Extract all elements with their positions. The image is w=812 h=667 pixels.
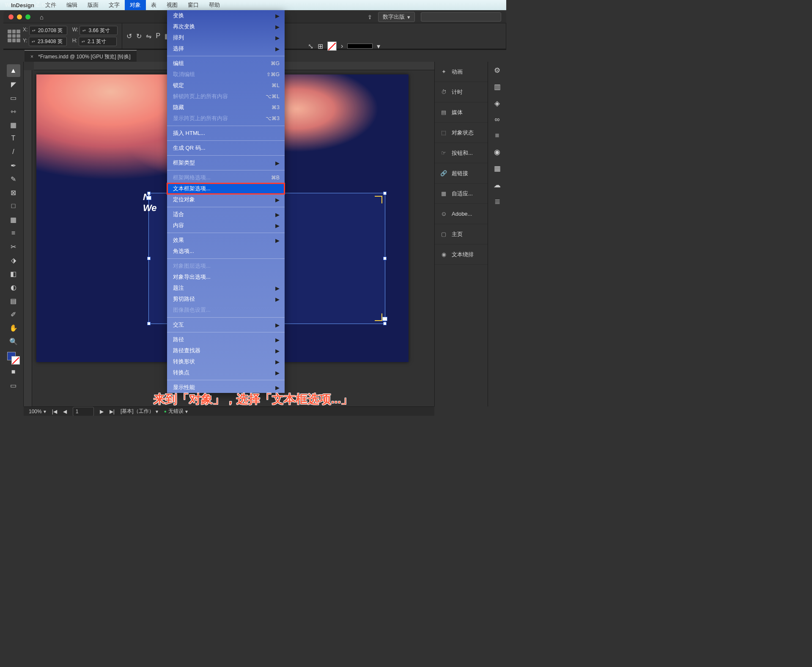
menu-item[interactable]: 再次变换▶ bbox=[167, 21, 285, 32]
cc-libraries-icon[interactable]: ☁ bbox=[494, 181, 501, 189]
menu-view[interactable]: 视图 bbox=[162, 0, 183, 10]
menu-item[interactable]: 框架类型▶ bbox=[167, 157, 285, 168]
rectangle-frame-tool[interactable]: ⊠ bbox=[7, 186, 20, 199]
menu-help[interactable]: 帮助 bbox=[204, 0, 225, 10]
status-context[interactable]: [基本]（工作） ▾ bbox=[121, 408, 158, 415]
resize-handle[interactable] bbox=[147, 257, 151, 260]
resize-handle[interactable] bbox=[383, 192, 387, 195]
menu-edit[interactable]: 编辑 bbox=[61, 0, 82, 10]
rotate-left-icon[interactable]: ↺ bbox=[126, 32, 132, 40]
links-icon[interactable]: ∞ bbox=[494, 115, 499, 124]
stroke-arrow-icon[interactable]: › bbox=[341, 42, 343, 50]
resize-handle[interactable] bbox=[147, 322, 151, 325]
menu-item[interactable]: 交互▶ bbox=[167, 319, 285, 330]
note-tool[interactable]: ▤ bbox=[7, 294, 20, 307]
menu-table[interactable]: 表 bbox=[146, 0, 162, 10]
menu-file[interactable]: 文件 bbox=[40, 0, 61, 10]
menu-layout[interactable]: 版面 bbox=[82, 0, 104, 10]
reference-point-grid[interactable] bbox=[8, 30, 20, 42]
app-name[interactable]: InDesign bbox=[11, 2, 34, 8]
menu-item[interactable]: 题注▶ bbox=[167, 283, 285, 294]
panel-button[interactable]: ✦动画 bbox=[435, 62, 488, 82]
document-tab[interactable]: × *Frames.indd @ 100% [GPU 预览] [转换] bbox=[25, 50, 137, 63]
page-tool[interactable]: ▭ bbox=[7, 91, 20, 104]
type-tool[interactable]: T bbox=[7, 132, 20, 145]
menu-item[interactable]: 效果▶ bbox=[167, 235, 285, 246]
text-out-port[interactable] bbox=[382, 317, 387, 321]
h-input[interactable]: ▴▾2.1 英寸 bbox=[79, 37, 117, 46]
gap-tool[interactable]: ⇿ bbox=[7, 105, 20, 118]
eyedropper-tool[interactable]: ✐ bbox=[7, 308, 20, 321]
menu-item[interactable]: 文本框架选项... bbox=[167, 183, 285, 194]
menu-item[interactable]: 剪切路径▶ bbox=[167, 294, 285, 305]
preflight-status[interactable]: ● 无错误 ▾ bbox=[164, 408, 188, 415]
menu-item[interactable]: 排列▶ bbox=[167, 32, 285, 43]
align-panel-icon[interactable]: ≣ bbox=[494, 197, 500, 206]
menu-item[interactable]: 转换点▶ bbox=[167, 367, 285, 378]
distribute-icon[interactable]: ⊞ bbox=[318, 42, 323, 50]
stroke-style[interactable] bbox=[347, 44, 373, 49]
panel-button[interactable]: ▢主页 bbox=[435, 224, 488, 244]
swatches-icon[interactable]: ▦ bbox=[494, 164, 501, 173]
color-icon[interactable]: ◉ bbox=[494, 148, 500, 156]
menu-item[interactable]: 插入 HTML... bbox=[167, 128, 285, 139]
line-tool[interactable]: / bbox=[7, 145, 20, 158]
panel-button[interactable]: ▤媒体 bbox=[435, 102, 488, 123]
zoom-level[interactable]: 100% ▾ bbox=[29, 409, 46, 414]
search-input[interactable] bbox=[421, 12, 501, 22]
view-mode-button[interactable]: ▭ bbox=[7, 379, 20, 392]
menu-item[interactable]: 隐藏⌘3 bbox=[167, 102, 285, 113]
panel-button[interactable]: ▦自适应... bbox=[435, 184, 488, 204]
menu-item[interactable]: 转换形状▶ bbox=[167, 356, 285, 367]
home-icon[interactable]: ⌂ bbox=[40, 14, 44, 21]
panel-button[interactable]: 🔗超链接 bbox=[435, 163, 488, 184]
live-corner-widget[interactable] bbox=[375, 313, 382, 321]
menu-item[interactable]: 锁定⌘L bbox=[167, 80, 285, 91]
panel-button[interactable]: ☞按钮和... bbox=[435, 143, 488, 163]
gradient-feather-tool[interactable]: ◐ bbox=[7, 281, 20, 294]
vertical-ruler[interactable] bbox=[24, 70, 32, 406]
menu-item[interactable]: 生成 QR 码... bbox=[167, 143, 285, 154]
paragraph-style-icon[interactable]: P bbox=[156, 32, 160, 40]
hand-tool[interactable]: ✋ bbox=[7, 321, 20, 334]
flip-v-icon[interactable]: ⤡ bbox=[308, 42, 313, 50]
prev-page-icon[interactable]: ◀ bbox=[63, 409, 67, 414]
rectangle-tool[interactable]: □ bbox=[7, 200, 20, 212]
menu-item[interactable]: 路径▶ bbox=[167, 334, 285, 345]
workspace-switcher[interactable]: 数字出版 ▾ bbox=[378, 12, 415, 22]
stroke-style-arrow-icon[interactable]: ▾ bbox=[377, 42, 380, 50]
menu-item[interactable]: 变换▶ bbox=[167, 10, 285, 21]
stroke-panel-icon[interactable]: ≡ bbox=[495, 132, 499, 140]
minimize-window-button[interactable] bbox=[17, 14, 22, 19]
close-window-button[interactable] bbox=[8, 14, 14, 19]
last-page-icon[interactable]: ▶| bbox=[110, 409, 115, 414]
share-icon[interactable]: ⇪ bbox=[368, 14, 372, 20]
direct-selection-tool[interactable]: ◤ bbox=[7, 78, 20, 91]
pen-tool[interactable]: ✒ bbox=[7, 159, 20, 172]
panel-button[interactable]: ⏱计时 bbox=[435, 82, 488, 102]
menu-item[interactable]: 角选项... bbox=[167, 246, 285, 257]
zoom-window-button[interactable] bbox=[25, 14, 30, 19]
text-in-port[interactable] bbox=[146, 196, 151, 200]
menu-item[interactable]: 对象导出选项... bbox=[167, 272, 285, 283]
resize-handle[interactable] bbox=[147, 192, 151, 195]
scissors-tool[interactable]: ✂ bbox=[7, 240, 20, 253]
menu-object[interactable]: 对象 bbox=[125, 0, 146, 10]
flip-h-icon[interactable]: ⇋ bbox=[146, 32, 151, 40]
grid-tool[interactable]: ▦ bbox=[7, 213, 20, 226]
menu-item[interactable]: 编组⌘G bbox=[167, 58, 285, 69]
menu-item[interactable]: 适合▶ bbox=[167, 209, 285, 220]
properties-icon[interactable]: ⚙ bbox=[494, 66, 500, 75]
apply-color-button[interactable]: ■ bbox=[7, 365, 20, 378]
menu-item[interactable]: 内容▶ bbox=[167, 220, 285, 231]
lines-tool[interactable]: ≡ bbox=[7, 227, 20, 239]
y-input[interactable]: ▴▾23.9408 英 bbox=[29, 37, 67, 46]
menu-item[interactable]: 选择▶ bbox=[167, 43, 285, 54]
pages-icon[interactable]: ▥ bbox=[494, 82, 501, 91]
zoom-tool[interactable]: 🔍 bbox=[7, 335, 20, 348]
menu-window[interactable]: 窗口 bbox=[183, 0, 204, 10]
fill-stroke-swatches[interactable] bbox=[7, 352, 20, 365]
resize-handle[interactable] bbox=[383, 257, 387, 260]
menu-item[interactable]: 路径查找器▶ bbox=[167, 345, 285, 356]
layers-icon[interactable]: ◈ bbox=[494, 99, 500, 108]
